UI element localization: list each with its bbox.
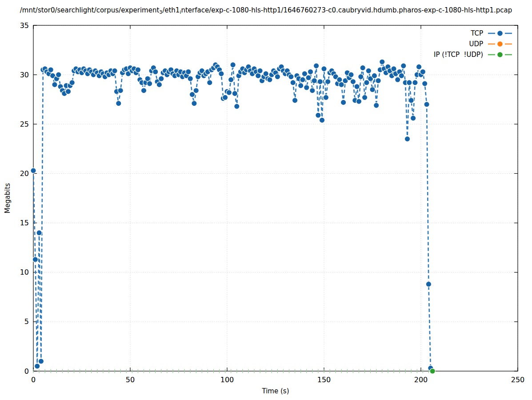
data-point-marker	[354, 84, 360, 89]
data-point-marker	[317, 79, 323, 84]
data-point-marker	[193, 88, 199, 93]
y-tick-label: 0	[24, 367, 29, 376]
data-point-marker	[135, 67, 140, 72]
data-point-marker	[69, 80, 75, 85]
data-point-marker	[228, 77, 234, 82]
data-point-marker	[401, 63, 406, 68]
legend-item-ip: IP (!TCP !UDP)	[434, 49, 512, 60]
data-point-marker	[408, 98, 414, 103]
data-point-marker	[141, 88, 146, 93]
data-point-marker	[410, 116, 416, 121]
x-tick-label: 0	[31, 376, 36, 384]
x-axis-label: Time (s)	[262, 387, 289, 395]
data-point-marker	[426, 281, 431, 287]
data-point-marker	[32, 257, 38, 262]
data-point-marker	[356, 99, 361, 104]
data-point-marker	[275, 74, 280, 79]
data-point-marker	[48, 67, 53, 72]
y-tick-label: 5	[24, 317, 29, 326]
data-point-marker	[288, 74, 294, 79]
data-point-marker	[35, 364, 40, 369]
data-point-marker	[422, 81, 428, 86]
data-point-marker	[267, 77, 272, 82]
data-point-marker	[153, 69, 158, 74]
legend-label-tcp: TCP	[471, 29, 483, 37]
x-tick-label: 150	[317, 376, 331, 384]
data-point-marker	[36, 230, 42, 236]
data-point-marker	[370, 87, 375, 92]
data-point-marker	[234, 104, 240, 109]
data-point-marker	[366, 68, 371, 73]
data-point-marker	[31, 168, 36, 173]
data-point-marker	[362, 95, 367, 100]
data-point-marker	[399, 73, 404, 78]
plot-area: 05010015020025005101520253035Time (s)Meg…	[0, 0, 532, 400]
udp-line-marker-icon	[488, 40, 512, 48]
data-point-marker	[420, 69, 425, 74]
data-point-marker	[313, 63, 319, 68]
data-point-marker	[116, 100, 121, 106]
data-point-marker	[412, 80, 418, 85]
data-point-marker	[118, 88, 123, 93]
data-point-marker	[226, 90, 232, 95]
data-point-marker	[380, 59, 385, 64]
data-point-marker	[300, 77, 305, 82]
data-point-marker	[207, 80, 212, 85]
legend-item-tcp: TCP	[434, 28, 512, 39]
legend-label-udp: UDP	[469, 40, 483, 48]
data-point-marker	[323, 95, 328, 100]
data-point-marker	[192, 100, 197, 106]
data-point-marker	[310, 88, 315, 93]
data-point-marker	[159, 76, 164, 81]
data-point-marker	[404, 136, 410, 141]
data-point-marker	[316, 112, 321, 118]
data-point-marker	[306, 75, 311, 80]
legend-label-ip: IP (!TCP !UDP)	[434, 51, 483, 59]
y-tick-label: 30	[20, 71, 29, 79]
data-point-marker	[312, 78, 317, 83]
data-point-marker	[257, 68, 263, 73]
data-point-marker	[325, 79, 331, 84]
data-point-marker	[112, 68, 117, 73]
data-point-marker	[56, 72, 61, 77]
data-point-marker	[360, 65, 365, 70]
data-point-marker	[358, 74, 364, 79]
data-point-marker	[372, 73, 377, 78]
x-tick-label: 200	[414, 376, 428, 384]
data-point-marker	[319, 117, 324, 123]
y-axis-label: Megabits	[4, 183, 12, 213]
data-point-marker	[416, 64, 421, 69]
data-point-marker	[348, 72, 354, 77]
data-point-marker	[350, 79, 356, 84]
data-point-marker	[232, 91, 237, 96]
data-point-marker	[304, 85, 309, 90]
data-point-marker	[424, 102, 429, 107]
legend: TCP UDP IP (!TCP !UDP)	[434, 28, 512, 60]
x-tick-label: 100	[220, 376, 234, 384]
ip-line-marker-icon	[488, 51, 512, 58]
legend-item-udp: UDP	[434, 39, 512, 49]
data-point-marker	[308, 69, 313, 74]
data-point-marker	[188, 76, 193, 81]
data-point-marker	[298, 83, 304, 88]
data-point-marker	[290, 80, 296, 85]
y-tick-label: 15	[20, 219, 29, 227]
y-tick-label: 10	[20, 268, 29, 276]
x-tick-label: 50	[126, 376, 135, 384]
data-point-marker	[65, 89, 71, 94]
tcp-line-marker-icon	[488, 30, 512, 37]
data-point-marker	[321, 66, 327, 72]
y-tick-label: 20	[20, 169, 29, 178]
data-point-marker	[340, 100, 346, 105]
data-point-marker	[38, 359, 44, 364]
data-point-marker	[147, 81, 152, 86]
data-point-marker	[292, 98, 297, 103]
x-tick-label: 250	[511, 376, 525, 384]
series-line-tcp	[33, 62, 431, 368]
data-point-marker	[376, 78, 381, 83]
data-point-marker	[219, 71, 224, 76]
data-point-marker	[186, 69, 191, 74]
data-point-marker	[222, 95, 228, 100]
data-point-marker	[230, 62, 236, 68]
data-point-marker	[407, 80, 412, 85]
